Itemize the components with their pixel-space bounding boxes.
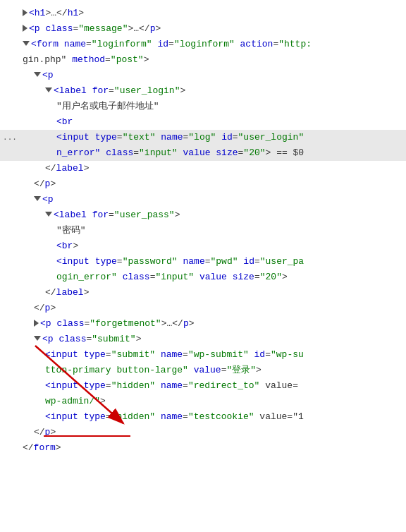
line-content: </form>: [20, 441, 406, 455]
attr-value-token: "wp-su: [271, 349, 304, 360]
code-line: <p class="forgetmenot">…</p>: [0, 316, 406, 332]
text-content-token: </: [34, 427, 45, 437]
code-line: <form name="loginform" id="loginform" ac…: [0, 37, 406, 52]
text-content-token: [216, 132, 221, 143]
attr-name-token: id: [254, 349, 266, 360]
text-content-token: </: [34, 303, 45, 313]
tag-token: <input: [45, 411, 78, 422]
text-content-token: [249, 349, 254, 360]
attr-value-token: ogin_error": [56, 272, 117, 282]
text-content-token: >: [282, 272, 288, 282]
text-content-token: </: [45, 287, 56, 298]
text-content-token: </: [23, 442, 34, 453]
attr-name-token: type: [84, 349, 106, 360]
line-content: <input type="password" name="pwd" id="us…: [20, 255, 406, 269]
attr-value-token: "user_login": [238, 132, 304, 143]
text-content-token: =: [183, 380, 188, 391]
text-content-token: =: [106, 380, 111, 391]
code-line: </p>: [0, 301, 406, 316]
attr-value-token: "user_pass": [114, 210, 175, 220]
code-line: ...<input type="text" name="log" id="use…: [0, 130, 406, 145]
tag-token: <input: [56, 132, 90, 143]
attr-value-token: "wp-submit": [188, 349, 249, 360]
line-content: <br>: [20, 239, 406, 253]
attr-value-token: "hidden": [111, 411, 155, 422]
line-content: n_error" class="input" value size="20"> …: [20, 146, 406, 160]
collapse-icon[interactable]: [34, 320, 39, 327]
line-content: "密码": [20, 224, 406, 238]
code-line: </label>: [0, 285, 406, 301]
expand-icon[interactable]: [45, 87, 52, 92]
code-line: </label>: [0, 161, 406, 176]
text-content-token: >: [156, 23, 161, 34]
line-content: <input type="hidden" name="redirect_to" …: [20, 379, 406, 393]
code-line: </p>: [0, 176, 406, 192]
line-content: <input type="hidden" name="testcookie" v…: [20, 410, 406, 424]
tag-token: <p: [40, 318, 51, 329]
text-content-token: =: [109, 210, 114, 220]
text-content-token: =: [117, 256, 123, 267]
code-line: <h1>…</h1>: [0, 6, 406, 21]
line-content: wp-admin/">: [20, 394, 406, 409]
text-content-token: >: [100, 396, 106, 406]
text-content-token: =: [233, 132, 238, 143]
attr-name-token: class: [59, 334, 86, 344]
text-content-token: > == $0: [266, 147, 304, 158]
tag-token: <label: [54, 85, 87, 96]
text-content-token: [78, 349, 84, 360]
text-content-token: =: [183, 411, 188, 422]
code-line: <label for="user_login">: [0, 83, 406, 99]
text-content-token: >: [256, 365, 262, 375]
text-content-token: =: [106, 349, 111, 360]
text-content-token: >: [136, 334, 142, 344]
attr-name-token: name: [183, 256, 204, 267]
text-content-token: =: [117, 132, 123, 143]
expand-icon[interactable]: [23, 41, 30, 46]
tag-token: form: [34, 442, 56, 453]
attr-name-token: name: [161, 349, 183, 360]
expand-icon[interactable]: [34, 72, 41, 77]
text-content-token: [78, 411, 84, 422]
attr-name-token: class: [45, 23, 73, 34]
attr-name-token: size: [233, 272, 254, 282]
collapse-icon[interactable]: [23, 25, 27, 32]
text-content-token: [90, 256, 95, 267]
attr-value-token: "input": [155, 272, 194, 282]
attr-name-token: class: [106, 147, 133, 158]
attr-value-token: "submit": [111, 349, 155, 360]
line-content: </p>: [20, 177, 406, 191]
text-content-token: >: [180, 85, 185, 96]
attr-value-token: "hidden": [111, 380, 155, 391]
expand-icon[interactable]: [34, 336, 41, 341]
tag-token: <p: [42, 194, 54, 205]
line-content: </p>: [20, 301, 406, 315]
text-content-token: =: [254, 272, 260, 282]
expand-icon[interactable]: [45, 212, 52, 217]
tag-token: <p: [42, 70, 54, 80]
line-content: <input type="text" name="log" id="user_l…: [20, 131, 406, 145]
tag-token: label: [56, 287, 84, 298]
text-content-token: =: [265, 349, 271, 360]
line-content: <br: [20, 115, 406, 129]
attr-name-token: id: [243, 256, 254, 267]
code-line: "密码": [0, 223, 406, 238]
code-line: <p class="message">…</p>: [0, 21, 406, 37]
text-content-token: >: [50, 303, 56, 313]
text-content-token: >: [78, 8, 84, 18]
code-line: <input type="password" name="pwd" id="us…: [0, 254, 406, 270]
attr-name-token: type: [95, 132, 117, 143]
collapse-icon[interactable]: [23, 9, 27, 16]
text-content-token: =: [105, 54, 111, 65]
attr-name-token: id: [221, 132, 233, 143]
tag-token: <label: [54, 210, 87, 220]
attr-value-token: "forgetmenot": [90, 318, 161, 329]
text-content-token: [59, 39, 64, 49]
tag-token: h1: [68, 8, 79, 18]
line-content: <label for="user_pass">: [20, 208, 406, 222]
line-content: </label>: [20, 162, 406, 176]
code-line: <br: [0, 114, 406, 130]
attr-value-token: wp-admin/": [45, 396, 100, 406]
text-content-token: >…</: [45, 8, 67, 18]
attr-value-token: "20": [243, 147, 265, 158]
expand-icon[interactable]: [34, 196, 41, 201]
